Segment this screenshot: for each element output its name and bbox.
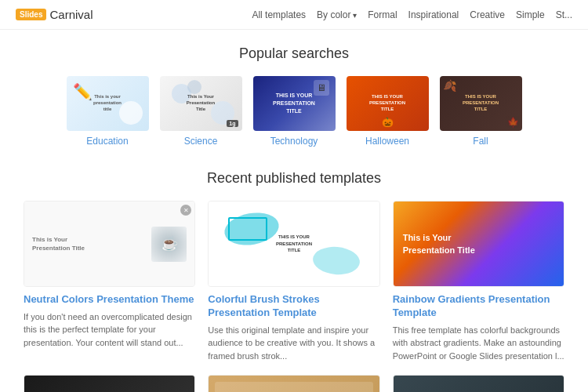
template-thumb-dark2: This is YourPresentation 💻 — [393, 375, 564, 392]
brush-stroke-2 — [311, 245, 361, 276]
nav-inspirational[interactable]: Inspirational — [408, 9, 459, 20]
popular-item-halloween[interactable]: THIS IS YOURPRESENTATIONTITLE 🎃 Hallowee… — [347, 76, 429, 147]
circle-decoration — [119, 101, 143, 125]
popular-item-technology[interactable]: This is yourpresentationtitle 🖥 Technolo… — [253, 76, 336, 147]
header: Slides Carnival All templates By color F… — [0, 0, 588, 30]
nav-creative[interactable]: Creative — [470, 9, 505, 20]
template-desc-rainbow: This free template has colorful backgrou… — [393, 324, 564, 363]
popular-searches-title: Popular searches — [24, 45, 564, 62]
logo[interactable]: Slides Carnival — [16, 8, 93, 21]
popular-searches-grid: ✏️ This is yourpresentationtitle Educati… — [24, 76, 564, 147]
bottom-templates-grid: THIS IS YOURpresentation 🦅 This is YourP… — [24, 375, 564, 392]
popular-label-halloween: Halloween — [365, 136, 409, 147]
template-card-kraft[interactable]: 🦅 — [208, 375, 379, 392]
template-thumb-brush: THIS IS YOURPRESENTATIONTITLE — [208, 201, 379, 287]
template-desc-neutral: If you don't need an overcomplicated des… — [24, 310, 195, 350]
template-title-neutral: Neutral Colors Presentation Theme — [24, 293, 195, 307]
recent-templates-grid: This is YourPresentation Title ☕ ✕ Neutr… — [24, 201, 564, 362]
popular-item-education[interactable]: ✏️ This is yourpresentationtitle Educati… — [67, 76, 149, 147]
template-card-rainbow[interactable]: This is YourPresentation Title Rainbow G… — [393, 201, 564, 362]
popular-item-science[interactable]: This is YourPresentationTitle 1g Science — [160, 76, 242, 147]
logo-badge: Slides — [16, 9, 46, 20]
template-title-brush: Colorful Brush Strokes Presentation Temp… — [208, 293, 379, 320]
template-card-brush[interactable]: THIS IS YOURPRESENTATIONTITLE Colorful B… — [208, 201, 379, 362]
neutral-text-area: This is YourPresentation Title — [32, 235, 151, 252]
popular-label-technology: Technology — [270, 136, 318, 147]
popular-thumb-science: This is YourPresentationTitle 1g — [160, 76, 242, 131]
nav-by-color[interactable]: By color — [317, 9, 357, 20]
recent-templates-title: Recent published templates — [24, 170, 564, 187]
popular-thumb-halloween: THIS IS YOURPRESENTATIONTITLE 🎃 — [347, 76, 429, 131]
template-card-dark2[interactable]: This is YourPresentation 💻 — [393, 375, 564, 392]
pencil-icon: ✏️ — [73, 82, 93, 101]
popular-label-fall: Fall — [473, 136, 488, 147]
nav-simple[interactable]: Simple — [516, 9, 545, 20]
popular-thumb-fall: THIS IS YOURPRESENTATIONTITLE 🍂 🍁 — [440, 76, 522, 131]
template-card-dark[interactable]: THIS IS YOURpresentation — [24, 375, 195, 392]
template-thumb-dark: THIS IS YOURpresentation — [24, 375, 195, 392]
template-desc-brush: Use this original template and inspire y… — [208, 324, 379, 363]
main-nav: All templates By color Formal Inspiratio… — [252, 9, 572, 20]
logo-text: Carnival — [49, 8, 93, 21]
popular-thumb-education: ✏️ This is yourpresentationtitle — [67, 76, 149, 131]
popular-label-science: Science — [184, 136, 218, 147]
nav-all-templates[interactable]: All templates — [252, 9, 306, 20]
nav-formal[interactable]: Formal — [368, 9, 397, 20]
neutral-image-decoration: ☕ — [151, 227, 187, 262]
template-thumb-neutral: This is YourPresentation Title ☕ ✕ — [24, 201, 195, 287]
template-title-rainbow: Rainbow Gradients Presentation Template — [393, 293, 564, 320]
nav-more[interactable]: St... — [556, 9, 572, 20]
popular-thumb-technology: This is yourpresentationtitle 🖥 — [253, 76, 336, 131]
template-thumb-rainbow: This is YourPresentation Title — [393, 201, 564, 287]
template-thumb-kraft: 🦅 — [208, 375, 379, 392]
close-icon[interactable]: ✕ — [180, 205, 191, 216]
popular-item-fall[interactable]: THIS IS YOURPRESENTATIONTITLE 🍂 🍁 Fall — [440, 76, 522, 147]
popular-label-education: Education — [86, 136, 128, 147]
template-card-neutral[interactable]: This is YourPresentation Title ☕ ✕ Neutr… — [24, 201, 195, 362]
main-content: Popular searches ✏️ This is yourpresenta… — [0, 30, 588, 392]
